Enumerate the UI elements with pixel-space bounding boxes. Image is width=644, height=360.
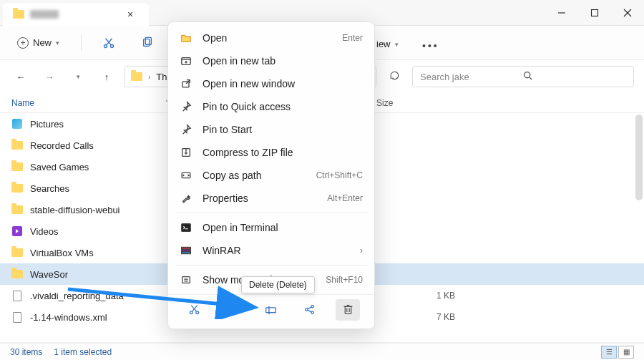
new-label: New — [33, 37, 52, 48]
context-item-pin-to-quick-access[interactable]: Pin to Quick access — [168, 95, 374, 118]
window-controls — [545, 0, 644, 25]
delete-tooltip: Delete (Delete) — [241, 276, 315, 293]
details-view-button[interactable]: ☰ — [601, 346, 617, 359]
external-icon — [180, 77, 192, 90]
context-item-label: Copy as path — [203, 170, 306, 181]
context-item-copy-as-path[interactable]: Copy as pathCtrl+Shift+C — [168, 164, 374, 187]
svg-line-44 — [308, 310, 311, 312]
svg-rect-1 — [592, 9, 598, 16]
file-name: stable-diffusion-webui — [30, 205, 183, 215]
view-dropdown[interactable]: iew ▾ — [376, 39, 399, 49]
context-item-label: Compress to ZIP file — [203, 147, 363, 158]
tiles-view-button[interactable]: ▦ — [618, 346, 634, 359]
folder-icon — [11, 268, 23, 280]
chevron-down-icon: ▾ — [56, 39, 59, 47]
svg-point-41 — [311, 306, 313, 308]
zip-icon — [180, 146, 192, 159]
svg-rect-37 — [231, 304, 237, 311]
context-item-label: Open in new tab — [203, 55, 363, 67]
svg-rect-8 — [144, 39, 150, 46]
forward-button[interactable]: → — [39, 66, 60, 87]
file-name: Recorded Calls — [30, 140, 183, 151]
minimize-button[interactable] — [545, 0, 578, 25]
context-item-open-in-new-window[interactable]: Open in new window — [168, 72, 374, 95]
file-name: Pictures — [30, 119, 183, 130]
videos-icon — [11, 225, 23, 237]
share-button[interactable] — [298, 299, 322, 321]
recent-button[interactable]: ▾ — [67, 66, 89, 87]
svg-line-13 — [530, 77, 532, 79]
tab-close-button[interactable]: × — [122, 9, 139, 20]
separator — [175, 265, 367, 266]
folder-icon — [11, 161, 23, 172]
new-tab-icon — [180, 54, 192, 67]
context-item-label: WinRAR — [203, 245, 350, 256]
delete-button[interactable] — [336, 299, 360, 321]
shortcut-hint: Ctrl+Shift+C — [316, 170, 363, 180]
shortcut-hint: Alt+Enter — [327, 193, 363, 203]
new-button[interactable]: + New ▾ — [11, 34, 65, 52]
shortcut-hint: Enter — [342, 33, 363, 43]
chevron-right-icon: › — [148, 73, 150, 81]
winrar-icon — [180, 244, 192, 257]
context-item-open[interactable]: OpenEnter — [168, 26, 374, 49]
back-button[interactable]: ← — [10, 66, 31, 87]
svg-point-42 — [311, 311, 313, 313]
window-tab[interactable]: × — [3, 3, 149, 26]
context-item-winrar[interactable]: WinRAR› — [168, 239, 374, 262]
refresh-button[interactable] — [384, 70, 405, 83]
copy-button[interactable] — [220, 299, 245, 321]
pin-icon — [180, 123, 192, 136]
maximize-button[interactable] — [578, 0, 611, 25]
svg-rect-28 — [182, 252, 190, 254]
open-folder-icon — [180, 31, 192, 44]
svg-line-35 — [192, 306, 197, 312]
file-name: .vivaldi_reporting_data — [30, 291, 183, 301]
context-item-pin-to-start[interactable]: Pin to Start — [168, 118, 374, 141]
folder-icon — [11, 247, 23, 258]
svg-point-5 — [111, 44, 114, 47]
status-bar: 30 items 1 item selected ☰ ▦ — [0, 343, 644, 360]
wrench-icon — [180, 192, 192, 205]
context-action-bar — [168, 294, 374, 324]
path-icon — [180, 169, 192, 182]
search-input[interactable]: Search jake — [412, 66, 634, 87]
file-name: WaveSor — [30, 269, 183, 280]
file-icon — [11, 290, 23, 301]
view-mode-toggles: ☰ ▦ — [601, 346, 634, 359]
plus-icon: + — [17, 37, 29, 49]
column-name[interactable]: Name ˅ — [11, 98, 183, 108]
folder-icon — [13, 10, 24, 19]
svg-point-32 — [190, 311, 193, 314]
cut-button[interactable] — [182, 299, 207, 321]
context-item-open-in-new-tab[interactable]: Open in new tab — [168, 49, 374, 72]
copy-button[interactable] — [136, 31, 159, 54]
cut-button[interactable] — [97, 31, 120, 54]
svg-rect-36 — [229, 306, 235, 312]
shortcut-hint: Shift+F10 — [326, 275, 363, 285]
context-item-label: Open in Terminal — [203, 222, 363, 233]
context-item-label: Pin to Start — [203, 124, 363, 135]
close-button[interactable] — [611, 0, 644, 25]
context-item-label: Properties — [203, 193, 317, 204]
svg-rect-9 — [145, 37, 151, 44]
file-name: Videos — [30, 226, 183, 237]
rename-button[interactable] — [259, 299, 283, 321]
more-icon — [180, 273, 192, 286]
scissors-icon — [102, 37, 115, 49]
terminal-icon — [180, 221, 192, 234]
svg-line-34 — [192, 306, 197, 312]
context-item-compress-to-zip-file[interactable]: Compress to ZIP file — [168, 141, 374, 164]
more-button[interactable]: ••• — [422, 40, 439, 52]
context-item-open-in-terminal[interactable]: Open in Terminal — [168, 216, 374, 239]
svg-rect-45 — [345, 306, 351, 313]
copy-icon — [141, 37, 154, 49]
column-size[interactable]: Size — [376, 98, 434, 108]
svg-line-7 — [106, 38, 112, 44]
file-name: -1.14-windows.xml — [30, 312, 183, 323]
search-placeholder: Search jake — [420, 72, 523, 82]
up-button[interactable]: ↑ — [96, 66, 117, 87]
svg-rect-29 — [182, 277, 190, 283]
scrollbar[interactable] — [635, 115, 643, 200]
context-item-properties[interactable]: PropertiesAlt+Enter — [168, 187, 374, 210]
